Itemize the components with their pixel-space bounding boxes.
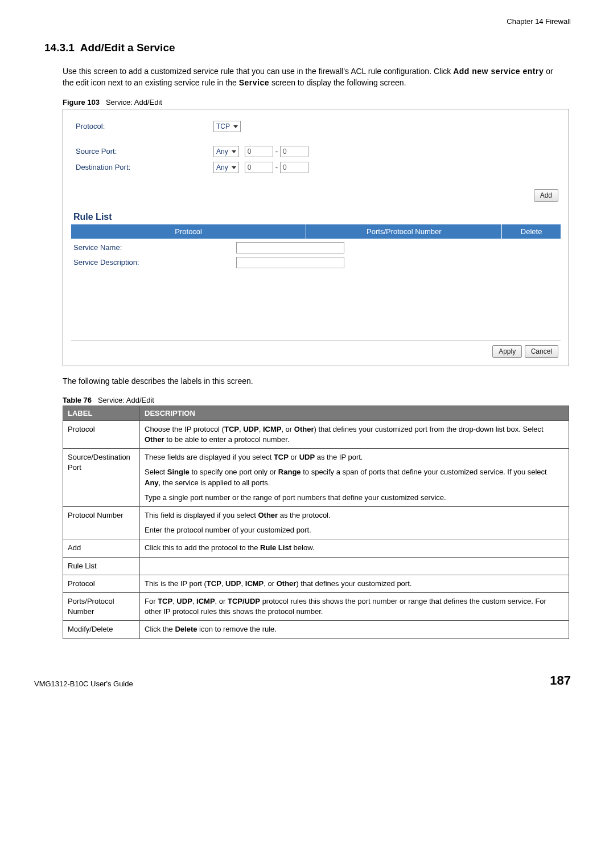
row-desc: Click the Delete icon to remove the rule… xyxy=(140,621,569,638)
dash-separator: - xyxy=(275,147,278,155)
row-desc: Choose the IP protocol (TCP, UDP, ICMP, … xyxy=(140,420,569,448)
t: Rule List xyxy=(260,543,291,552)
protocol-row: Protocol: TCP xyxy=(71,121,561,132)
table-row: Modify/Delete Click the Delete icon to r… xyxy=(63,621,569,638)
service-description-input[interactable] xyxy=(236,257,344,268)
source-port-label: Source Port: xyxy=(71,147,213,155)
t: This field is displayed if you select xyxy=(145,511,258,519)
service-description-label: Service Description: xyxy=(71,258,236,267)
t: , or xyxy=(264,579,276,588)
cancel-button[interactable]: Cancel xyxy=(525,345,558,358)
service-name-row: Service Name: xyxy=(71,242,561,253)
add-button[interactable]: Add xyxy=(534,189,558,202)
t: Other xyxy=(145,435,164,444)
source-port-mode-value: Any xyxy=(216,148,228,155)
source-port-row: Source Port: Any - xyxy=(71,146,561,157)
intro-bold2: Service xyxy=(239,78,269,87)
row-desc: For TCP, UDP, ICMP, or TCP/UDP protocol … xyxy=(140,592,569,620)
chapter-header: Chapter 14 Firewall xyxy=(34,17,571,26)
t: below. xyxy=(291,543,314,552)
t: , xyxy=(241,579,245,588)
t: TCP/UDP xyxy=(228,597,260,605)
row-desc: This field is displayed if you select Ot… xyxy=(140,507,569,539)
t: ICMP xyxy=(263,425,282,433)
section-number-text: 14.3.1 xyxy=(44,42,75,54)
source-port-from-input[interactable] xyxy=(245,146,273,157)
screenshot-panel: Protocol: TCP Source Port: Any - Destina… xyxy=(63,109,569,366)
source-port-to-input[interactable] xyxy=(280,146,308,157)
protocol-select[interactable]: TCP xyxy=(213,121,241,132)
figure-number: Figure 103 xyxy=(63,98,100,107)
t: ICMP xyxy=(196,597,215,605)
t: Range xyxy=(278,468,301,476)
table-row: Source/Destination Port These fields are… xyxy=(63,449,569,507)
t: to specify one port only or xyxy=(190,468,278,476)
row-label: Source/Destination Port xyxy=(63,449,140,507)
destination-port-label: Destination Port: xyxy=(71,163,213,171)
service-name-input[interactable] xyxy=(236,242,344,253)
table-row: Protocol Choose the IP protocol (TCP, UD… xyxy=(63,420,569,448)
page-number: 187 xyxy=(550,673,571,688)
col-protocol: Protocol xyxy=(71,224,306,239)
t: ) that defines your customized port. xyxy=(296,579,411,588)
row-desc: Click this to add the protocol to the Ru… xyxy=(140,539,569,557)
t: , the service is applied to all ports. xyxy=(159,478,270,487)
intro-a: Use this screen to add a customized serv… xyxy=(63,67,453,76)
t: icon to remove the rule. xyxy=(197,625,277,633)
intro-c: screen to display the following screen. xyxy=(269,78,406,87)
t: , xyxy=(192,597,196,605)
row-label: Rule List xyxy=(63,557,140,575)
rule-list-table: Protocol Ports/Protocol Number Delete xyxy=(71,224,561,239)
row-desc xyxy=(140,557,569,575)
rule-list-heading: Rule List xyxy=(71,212,561,222)
table-caption: Table 76 Service: Add/Edit xyxy=(63,396,571,404)
row-label: Ports/Protocol Number xyxy=(63,592,140,620)
t: UDP xyxy=(225,579,241,588)
t: to be able to enter a protocol number. xyxy=(164,435,290,444)
service-name-label: Service Name: xyxy=(71,243,236,252)
row-desc: These fields are displayed if you select… xyxy=(140,449,569,507)
footer-guide-name: VMG1312-B10C User's Guide xyxy=(34,679,133,688)
section-heading: 14.3.1 Add/Edit a Service xyxy=(44,42,571,54)
apply-button[interactable]: Apply xyxy=(492,345,522,358)
t: Choose the IP protocol ( xyxy=(145,425,224,433)
destination-port-from-input[interactable] xyxy=(245,162,273,173)
protocol-select-value: TCP xyxy=(216,122,230,130)
t: Select xyxy=(145,468,167,476)
t: ICMP xyxy=(245,579,264,588)
t: UDP xyxy=(176,597,192,605)
table-row: Protocol Number This field is displayed … xyxy=(63,507,569,539)
col-ports: Ports/Protocol Number xyxy=(306,224,502,239)
source-port-mode-select[interactable]: Any xyxy=(213,146,239,157)
t: Other xyxy=(258,511,278,519)
service-description-row: Service Description: xyxy=(71,257,561,268)
intro-bold1: Add new service entry xyxy=(453,67,544,76)
t: These fields are displayed if you select xyxy=(145,453,274,461)
t: TCP xyxy=(224,425,239,433)
t: Delete xyxy=(175,625,197,633)
t: ) that defines your customized port from… xyxy=(314,425,543,433)
t: , xyxy=(221,579,225,588)
destination-port-mode-value: Any xyxy=(216,163,228,171)
figure-title: Service: Add/Edit xyxy=(106,98,162,107)
description-table: LABEL DESCRIPTION Protocol Choose the IP… xyxy=(63,406,569,639)
t: Other xyxy=(277,579,297,588)
table-row: Ports/Protocol Number For TCP, UDP, ICMP… xyxy=(63,592,569,620)
t: to specify a span of ports that define y… xyxy=(301,468,547,476)
t: as the IP port. xyxy=(315,453,363,461)
destination-port-mode-select[interactable]: Any xyxy=(213,162,239,173)
row-label: Add xyxy=(63,539,140,557)
th-description: DESCRIPTION xyxy=(140,406,569,420)
intro-paragraph: Use this screen to add a customized serv… xyxy=(63,65,565,89)
after-figure-text: The following table describes the labels… xyxy=(63,375,565,387)
destination-port-to-input[interactable] xyxy=(280,162,308,173)
t: Enter the protocol number of your custom… xyxy=(145,525,564,535)
t: For xyxy=(145,597,158,605)
row-label: Protocol Number xyxy=(63,507,140,539)
t: TCP xyxy=(207,579,221,588)
row-desc: This is the IP port (TCP, UDP, ICMP, or … xyxy=(140,575,569,592)
t: Type a single port number or the range o… xyxy=(145,493,564,503)
col-delete: Delete xyxy=(502,224,561,239)
t: TCP xyxy=(274,453,289,461)
t: as the protocol. xyxy=(278,511,331,519)
